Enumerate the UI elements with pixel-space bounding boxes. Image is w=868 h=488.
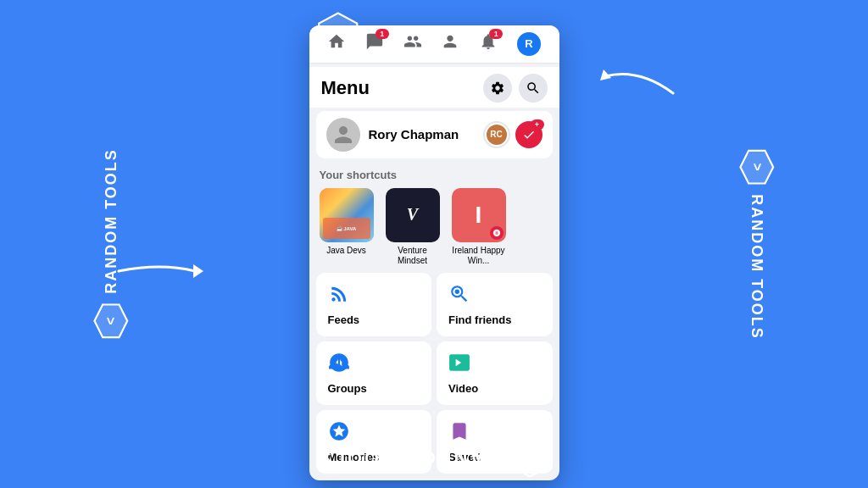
profile-add-button[interactable]: +: [515, 121, 542, 148]
video-label: Video: [448, 382, 541, 395]
svg-marker-9: [193, 264, 203, 278]
bottom-brand-text: RANDOM TOOLS: [316, 446, 499, 469]
shortcut-venture-label: Venture Mindset: [382, 246, 443, 266]
middle-left-arrow: [102, 246, 212, 297]
avatar: [326, 118, 360, 152]
nav-notifications-icon[interactable]: 1: [479, 32, 498, 55]
shortcut-java-devs[interactable]: ☕ JAVA Java Devs: [316, 188, 377, 266]
menu-item-find-friends[interactable]: Find friends: [437, 273, 553, 336]
menu-header: Menu: [309, 67, 559, 108]
shortcuts-grid: ☕ JAVA Java Devs V Venture Mindset I: [316, 188, 553, 266]
messages-badge: 1: [376, 29, 389, 39]
video-icon: [448, 352, 541, 379]
right-hex-icon: >: [738, 148, 776, 186]
profile-actions: RC +: [483, 121, 542, 148]
profile-avatar-button[interactable]: RC: [483, 121, 510, 148]
groups-icon: [328, 352, 420, 379]
svg-point-10: [331, 297, 335, 301]
right-brand-text: RANDOM TOOLS: [748, 194, 766, 340]
top-right-arrow: [588, 51, 690, 102]
ireland-badge: [490, 226, 504, 240]
shortcut-java-img: ☕ JAVA: [320, 188, 374, 242]
settings-button[interactable]: [483, 74, 512, 103]
shortcut-ireland[interactable]: I Ireland Happy Win...: [448, 188, 509, 266]
menu-item-groups[interactable]: Groups: [316, 341, 432, 405]
menu-action-icons: [483, 74, 548, 103]
venture-v-letter: V: [407, 205, 418, 225]
notifications-badge: 1: [489, 29, 503, 39]
svg-text:>: >: [750, 164, 765, 171]
bottom-brand: V RANDOM TOOLS: [316, 435, 552, 480]
add-badge: +: [531, 119, 544, 130]
bottom-hex-icon: V: [508, 435, 552, 480]
nav-home-icon[interactable]: [327, 32, 346, 55]
shortcut-ireland-img: I: [452, 188, 506, 242]
shortcut-venture[interactable]: V Venture Mindset: [382, 188, 443, 266]
search-button[interactable]: [519, 74, 548, 103]
left-hex-icon: <: [92, 302, 130, 340]
nav-profile-icon[interactable]: [441, 32, 459, 55]
shortcut-ireland-label: Ireland Happy Win...: [448, 246, 509, 266]
shortcuts-title: Your shortcuts: [316, 169, 553, 181]
nav-menu-avatar-icon[interactable]: R: [517, 32, 541, 56]
menu-item-video[interactable]: Video: [437, 341, 553, 405]
shortcut-venture-img: V: [386, 188, 440, 242]
shortcut-java-label: Java Devs: [326, 246, 366, 256]
left-side-label: < RANDOM TOOLS: [92, 148, 130, 340]
menu-title: Menu: [321, 77, 370, 99]
menu-item-feeds[interactable]: Feeds: [316, 273, 432, 336]
find-friends-label: Find friends: [448, 313, 541, 326]
svg-text:V: V: [525, 449, 535, 466]
app-container: 1 1 R Menu: [309, 25, 559, 480]
profile-name: Rory Chapman: [369, 127, 475, 141]
groups-label: Groups: [328, 382, 420, 395]
nav-friends-icon[interactable]: [403, 32, 422, 55]
shortcuts-section: Your shortcuts ☕ JAVA Java Devs V: [309, 162, 559, 269]
right-side-label: > RANDOM TOOLS: [738, 148, 776, 340]
find-friends-icon: [448, 283, 541, 310]
profile-row[interactable]: Rory Chapman RC +: [316, 111, 553, 158]
feeds-label: Feeds: [328, 313, 420, 326]
svg-text:<: <: [103, 317, 118, 324]
svg-point-11: [455, 289, 459, 293]
ireland-i-letter: I: [476, 202, 482, 229]
nav-messages-icon[interactable]: 1: [365, 32, 384, 55]
feeds-icon: [328, 283, 420, 310]
